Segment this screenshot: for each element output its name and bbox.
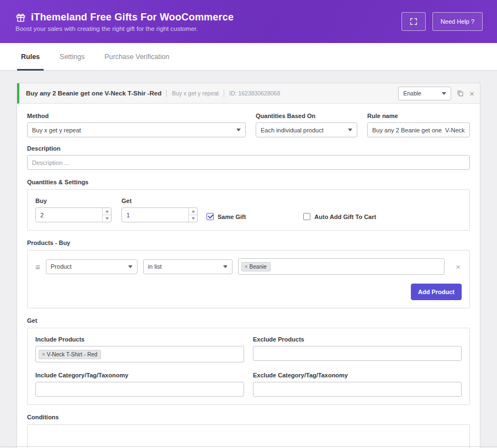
include-category-label: Include Category/Tag/Taxonomy <box>35 372 244 378</box>
products-buy-box: ≡ Product in list × Bean <box>27 250 470 308</box>
page-bottom-divider <box>0 446 497 447</box>
app-subtitle: Boost your sales with creating the right… <box>15 25 234 32</box>
app-title: iThemeland Free Gifts For WooCommerce <box>31 12 234 23</box>
tab-purchase-verification[interactable]: Purchase Verification <box>104 43 169 70</box>
buy-qty-stepper[interactable] <box>102 208 111 222</box>
include-product-chip-label: V-Neck T-Shirt - Red <box>47 351 98 358</box>
operator-select-wrap: in list <box>143 259 232 274</box>
add-product-button[interactable]: Add Product <box>411 284 462 300</box>
quantities-settings-box: Buy Get <box>27 189 470 231</box>
products-buy-tag-input[interactable]: × Beanie <box>238 258 445 275</box>
same-gift-checkbox-box[interactable] <box>207 213 214 220</box>
get-section-box: Include Products × V-Neck T-Shirt - Red … <box>27 328 470 405</box>
get-qty-label: Get <box>121 198 198 204</box>
rule-name-input[interactable] <box>367 122 470 137</box>
product-tag-label: Beanie <box>250 264 267 270</box>
auto-add-gift-label: Auto Add Gift To Cart <box>314 214 376 220</box>
include-products-label: Include Products <box>35 336 244 343</box>
include-product-chip: × V-Neck T-Shirt - Red <box>39 350 101 359</box>
exclude-products-label: Exclude Products <box>253 336 462 343</box>
fullscreen-icon <box>409 17 418 26</box>
method-select[interactable]: Buy x get y repeat <box>27 122 246 137</box>
fullscreen-button[interactable] <box>401 12 426 31</box>
quantities-based-on-select-wrap: Each individual product <box>256 122 357 137</box>
description-label: Description <box>27 145 470 152</box>
exclude-category-input[interactable] <box>253 382 462 397</box>
rule-status-select[interactable]: Enable <box>398 87 451 100</box>
exclude-products-input[interactable] <box>253 346 462 361</box>
include-products-tag-input[interactable]: × V-Neck T-Shirt - Red <box>35 346 244 362</box>
rule-title: Buy any 2 Beanie get one V-Neck T-Shir -… <box>26 90 161 97</box>
need-help-button[interactable]: Need Help ? <box>432 12 483 31</box>
get-qty-input[interactable] <box>121 207 198 222</box>
remove-tag-icon[interactable]: × <box>42 351 45 358</box>
tab-settings[interactable]: Settings <box>60 43 84 70</box>
conditions-label: Conditions <box>27 414 470 420</box>
include-category-input[interactable] <box>35 382 244 397</box>
same-gift-label: Same Gift <box>218 214 246 220</box>
quantities-settings-label: Quantities & Settings <box>27 179 470 185</box>
buy-qty-input[interactable] <box>35 207 112 222</box>
rule-status-select-wrap: Enable <box>398 87 451 100</box>
duplicate-rule-icon[interactable] <box>457 89 464 97</box>
description-input[interactable] <box>27 155 470 170</box>
divider <box>224 90 224 97</box>
remove-product-row-icon[interactable]: × <box>456 262 461 271</box>
app-header: iThemeland Free Gifts For WooCommerce Bo… <box>0 0 497 43</box>
main-content: Buy any 2 Beanie get one V-Neck T-Shir -… <box>0 71 497 448</box>
auto-add-gift-checkbox-box[interactable] <box>303 213 310 220</box>
quantities-based-on-label: Quantities Based On <box>256 113 357 119</box>
method-label: Method <box>27 113 246 119</box>
method-select-wrap: Buy x get y repeat <box>27 122 246 137</box>
same-gift-checkbox[interactable]: Same Gift <box>207 213 246 220</box>
exclude-category-label: Exclude Category/Tag/Taxonomy <box>253 372 462 378</box>
divider <box>166 90 167 97</box>
remove-tag-icon[interactable]: × <box>245 264 248 270</box>
rule-card: Buy any 2 Beanie get one V-Neck T-Shir -… <box>17 83 480 448</box>
auto-add-gift-checkbox[interactable]: Auto Add Gift To Cart <box>303 213 376 220</box>
tab-rules[interactable]: Rules <box>21 43 40 70</box>
rule-method-meta: Buy x get y repeat <box>172 90 219 97</box>
tab-bar: Rules Settings Purchase Verification <box>0 43 497 71</box>
remove-rule-icon[interactable]: × <box>469 89 474 98</box>
rule-header: Buy any 2 Beanie get one V-Neck T-Shir -… <box>17 83 480 104</box>
products-buy-row: ≡ Product in list × Bean <box>35 258 462 275</box>
buy-qty-label: Buy <box>35 198 112 204</box>
get-qty-stepper[interactable] <box>188 208 197 222</box>
rule-name-label: Rule name <box>367 113 470 119</box>
products-buy-label: Products - Buy <box>27 239 470 246</box>
operator-select[interactable]: in list <box>143 259 232 274</box>
rule-body: Method Buy x get y repeat Quantities Bas… <box>17 104 480 448</box>
conditions-box: Add Condition <box>27 424 470 448</box>
drag-handle-icon[interactable]: ≡ <box>35 263 40 271</box>
quantities-based-on-select[interactable]: Each individual product <box>256 122 357 137</box>
rule-id: ID: 1623830628068 <box>229 90 280 97</box>
product-type-select-wrap: Product <box>46 259 138 274</box>
product-tag-chip: × Beanie <box>241 262 271 271</box>
header-titles: iThemeland Free Gifts For WooCommerce Bo… <box>15 12 234 32</box>
get-section-label: Get <box>27 317 470 324</box>
product-type-select[interactable]: Product <box>46 259 138 274</box>
gift-icon <box>15 12 26 23</box>
